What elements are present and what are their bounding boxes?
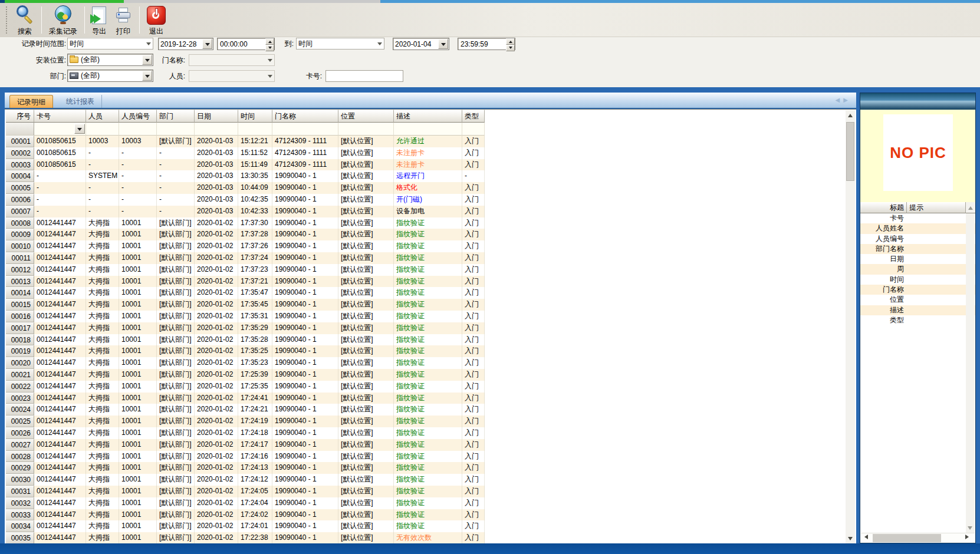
card-filter-dropdown-button[interactable] bbox=[74, 124, 85, 134]
column-header-0[interactable]: 序号 bbox=[6, 110, 34, 123]
spin-up-button[interactable] bbox=[265, 38, 274, 45]
table-row[interactable]: 000080012441447大拇指10001[默认部门]2020-01-021… bbox=[6, 217, 485, 229]
column-header-10[interactable]: 类型 bbox=[462, 110, 485, 123]
collect-records-button[interactable]: 采集记录 bbox=[45, 3, 81, 38]
detail-scroll-up-button[interactable] bbox=[966, 202, 975, 213]
column-header-1[interactable]: 卡号 bbox=[34, 110, 86, 123]
date-from-picker[interactable]: 2019-12-28 bbox=[158, 38, 213, 50]
table-row[interactable]: 000280012441447大拇指10001[默认部门]2020-01-021… bbox=[6, 451, 485, 463]
table-row[interactable]: 000030010850615---2020-01-0315:11:494712… bbox=[6, 159, 485, 171]
column-header-9[interactable]: 描述 bbox=[394, 110, 462, 123]
spin-up-button[interactable] bbox=[506, 38, 515, 45]
table-row[interactable]: 00005----2020-01-0310:44:0919090040 - 1[… bbox=[6, 182, 485, 194]
filter-cell-7[interactable] bbox=[272, 123, 338, 136]
table-row[interactable]: 0000100108506151000310003[默认部门]2020-01-0… bbox=[6, 136, 485, 147]
time-from-spinner[interactable]: 00:00:00 bbox=[217, 38, 275, 50]
tab-scroll-arrows[interactable]: ◀▶ bbox=[836, 97, 851, 103]
filter-cell-3[interactable] bbox=[119, 123, 157, 136]
scrollbar-thumb[interactable] bbox=[846, 122, 854, 181]
column-header-3[interactable]: 人员编号 bbox=[119, 110, 157, 123]
table-row[interactable]: 000290012441447大拇指10001[默认部门]2020-01-021… bbox=[6, 462, 485, 474]
filter-cell-2[interactable] bbox=[86, 123, 119, 136]
table-row[interactable]: 000180012441447大拇指10001[默认部门]2020-01-021… bbox=[6, 334, 485, 346]
table-row[interactable]: 000020010850615---2020-01-0315:11:524712… bbox=[6, 147, 485, 159]
install-location-combobox[interactable]: (全部) bbox=[67, 54, 153, 66]
time-type-to-combobox[interactable]: 时间 bbox=[296, 38, 384, 50]
date-to-picker[interactable]: 2020-01-04 bbox=[393, 38, 449, 50]
door-name-combobox[interactable] bbox=[189, 54, 275, 66]
table-row[interactable]: 000170012441447大拇指10001[默认部门]2020-01-021… bbox=[6, 322, 485, 334]
time-type-from-combobox[interactable]: 时间 bbox=[67, 38, 153, 50]
table-row[interactable]: 000120012441447大拇指10001[默认部门]2020-01-021… bbox=[6, 264, 485, 276]
install-location-dropdown-button[interactable] bbox=[142, 55, 152, 65]
filter-cell-9[interactable] bbox=[394, 123, 462, 136]
vertical-scrollbar[interactable] bbox=[846, 110, 855, 543]
table-row[interactable]: 000340012441447大拇指10001[默认部门]2020-01-021… bbox=[6, 520, 485, 532]
row-seq-cell: 00016 bbox=[6, 311, 34, 322]
table-row[interactable]: 000240012441447大拇指10001[默认部门]2020-01-021… bbox=[6, 404, 485, 416]
table-row[interactable]: 000090012441447大拇指10001[默认部门]2020-01-021… bbox=[6, 229, 485, 240]
table-row[interactable]: 000230012441447大拇指10001[默认部门]2020-01-021… bbox=[6, 393, 485, 404]
column-header-6[interactable]: 时间 bbox=[238, 110, 272, 123]
filter-cell-8[interactable] bbox=[338, 123, 394, 136]
toolbar-grip-handle[interactable] bbox=[6, 6, 9, 34]
table-row[interactable]: 000210012441447大拇指10001[默认部门]2020-01-021… bbox=[6, 369, 485, 381]
table-row[interactable]: 00007----2020-01-0310:42:3319090040 - 1[… bbox=[6, 206, 485, 217]
table-row[interactable]: 000200012441447大拇指10001[默认部门]2020-01-021… bbox=[6, 357, 485, 369]
table-row[interactable]: 000190012441447大拇指10001[默认部门]2020-01-021… bbox=[6, 345, 485, 357]
filter-cell-10[interactable] bbox=[462, 123, 485, 136]
horizontal-scrollbar-thumb[interactable] bbox=[873, 534, 941, 542]
table-row[interactable]: 000310012441447大拇指10001[默认部门]2020-01-021… bbox=[6, 486, 485, 497]
person-combobox[interactable] bbox=[189, 70, 275, 82]
table-row[interactable]: 000160012441447大拇指10001[默认部门]2020-01-021… bbox=[6, 311, 485, 322]
table-row[interactable]: 000140012441447大拇指10001[默认部门]2020-01-021… bbox=[6, 287, 485, 299]
table-row[interactable]: 000270012441447大拇指10001[默认部门]2020-01-021… bbox=[6, 439, 485, 451]
table-row[interactable]: 000300012441447大拇指10001[默认部门]2020-01-021… bbox=[6, 474, 485, 486]
department-combobox[interactable]: (全部) bbox=[67, 70, 153, 82]
column-header-2[interactable]: 人员 bbox=[86, 110, 119, 123]
detail-horizontal-scrollbar[interactable] bbox=[861, 533, 975, 543]
filter-cell-4[interactable] bbox=[157, 123, 195, 136]
print-button[interactable]: 打印 bbox=[110, 3, 136, 38]
filter-cell-5[interactable] bbox=[195, 123, 238, 136]
table-row[interactable]: 000100012441447大拇指10001[默认部门]2020-01-021… bbox=[6, 240, 485, 252]
scroll-up-button[interactable] bbox=[846, 110, 855, 120]
table-row[interactable]: 000250012441447大拇指10001[默认部门]2020-01-021… bbox=[6, 416, 485, 427]
column-header-4[interactable]: 部门 bbox=[157, 110, 195, 123]
tab-record-detail[interactable]: 记录明细 bbox=[9, 95, 53, 108]
tab-statistics-report[interactable]: 统计报表 bbox=[59, 95, 102, 108]
scroll-down-button[interactable] bbox=[846, 534, 855, 543]
exit-button[interactable]: 退出 bbox=[143, 3, 170, 38]
time-to-spinner[interactable]: 23:59:59 bbox=[458, 38, 515, 50]
export-button[interactable]: 导出 bbox=[88, 3, 110, 38]
column-header-8[interactable]: 位置 bbox=[338, 110, 394, 123]
table-row[interactable]: 000320012441447大拇指10001[默认部门]2020-01-021… bbox=[6, 497, 485, 509]
department-dropdown-button[interactable] bbox=[142, 71, 152, 81]
date-from-dropdown-button[interactable] bbox=[202, 39, 212, 49]
filter-cell-1[interactable] bbox=[34, 123, 86, 136]
search-button[interactable]: 搜索 bbox=[11, 3, 38, 38]
table-row[interactable]: 000350012441447大拇指10001[默认部门]2020-01-021… bbox=[6, 532, 485, 543]
table-row[interactable]: 000330012441447大拇指10001[默认部门]2020-01-021… bbox=[6, 509, 485, 521]
table-row[interactable]: 000110012441447大拇指10001[默认部门]2020-01-021… bbox=[6, 252, 485, 264]
table-cell: [默认位置] bbox=[338, 287, 394, 299]
spin-down-button[interactable] bbox=[506, 45, 515, 51]
spin-down-button[interactable] bbox=[265, 45, 274, 51]
column-header-5[interactable]: 日期 bbox=[195, 110, 238, 123]
table-cell: 0012441447 bbox=[34, 217, 86, 229]
table-row[interactable]: 00004-SYSTEM--2020-01-0313:30:3519090040… bbox=[6, 170, 485, 182]
date-to-dropdown-button[interactable] bbox=[438, 39, 448, 49]
table-row[interactable]: 000220012441447大拇指10001[默认部门]2020-01-021… bbox=[6, 381, 485, 393]
detail-vertical-scrollbar[interactable] bbox=[966, 213, 975, 533]
table-row[interactable]: 000260012441447大拇指10001[默认部门]2020-01-021… bbox=[6, 427, 485, 439]
table-cell: [默认位置] bbox=[338, 357, 394, 369]
table-cell: 13:30:35 bbox=[238, 170, 272, 182]
card-number-input[interactable] bbox=[325, 70, 403, 82]
table-cell: 0012441447 bbox=[34, 334, 86, 346]
table-row[interactable]: 00006----2020-01-0310:42:3519090040 - 1[… bbox=[6, 194, 485, 206]
filter-cell-6[interactable] bbox=[238, 123, 272, 136]
column-header-7[interactable]: 门名称 bbox=[272, 110, 338, 123]
table-row[interactable]: 000130012441447大拇指10001[默认部门]2020-01-021… bbox=[6, 276, 485, 288]
detail-item-value bbox=[907, 244, 966, 254]
table-row[interactable]: 000150012441447大拇指10001[默认部门]2020-01-021… bbox=[6, 299, 485, 311]
